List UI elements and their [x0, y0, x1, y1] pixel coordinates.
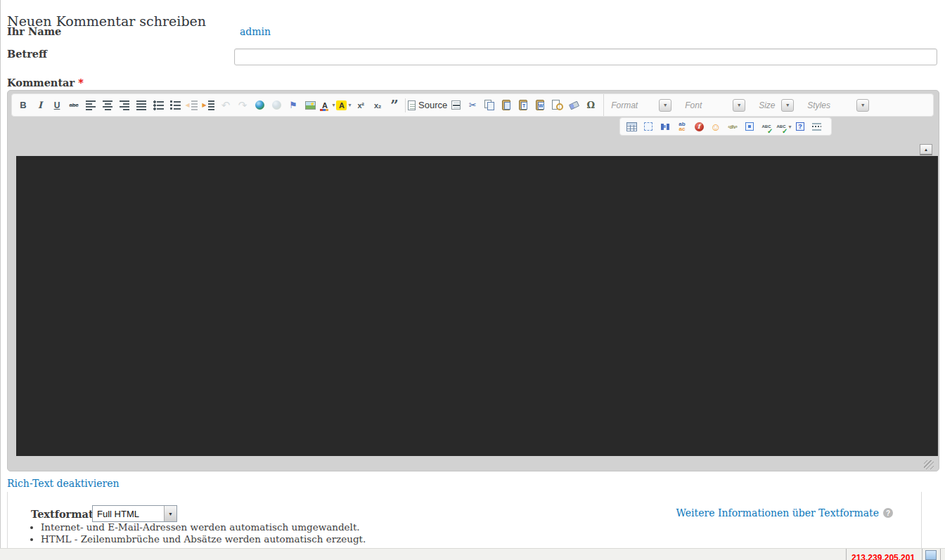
strikethrough-button[interactable]: abc: [65, 96, 82, 115]
paste-icon: [501, 99, 513, 111]
unlink-button[interactable]: [268, 96, 285, 115]
redo-button[interactable]: ↷: [234, 96, 251, 115]
flash-button[interactable]: f: [690, 119, 707, 134]
smiley-button[interactable]: ☺: [707, 119, 724, 134]
editor-content[interactable]: [16, 156, 938, 456]
remove-format-button[interactable]: [565, 96, 582, 115]
select-all-icon: [644, 122, 652, 131]
bold-button[interactable]: B: [15, 96, 32, 115]
paste-plain-text-button[interactable]: [515, 96, 532, 115]
align-left-button[interactable]: [82, 96, 99, 115]
preview-button[interactable]: [548, 96, 565, 115]
styles-dropdown[interactable]: Styles▼: [805, 97, 871, 114]
select-dropdown-arrow-icon: ▼: [164, 506, 176, 521]
iframe-icon: [745, 122, 754, 131]
subscript-button[interactable]: x₂: [369, 96, 386, 115]
align-center-icon: [102, 99, 114, 111]
subject-input[interactable]: [234, 48, 937, 65]
horizontal-rule-button[interactable]: [447, 96, 464, 115]
anchor-icon: ⚑: [288, 99, 300, 111]
about-button[interactable]: ?: [792, 119, 809, 134]
textformat-select[interactable]: Full HTML ▼: [92, 505, 177, 522]
size-dropdown[interactable]: Size▼: [757, 97, 796, 114]
horizontal-rule-icon: [451, 100, 461, 110]
paste-plain-text-icon: [518, 99, 529, 111]
background-color-icon: A: [336, 100, 347, 110]
font-dropdown[interactable]: Font▼: [683, 97, 747, 114]
superscript-icon: x²: [355, 99, 367, 111]
image-button[interactable]: [302, 96, 319, 115]
dropdown-arrow-icon: ▼: [733, 99, 745, 112]
align-center-button[interactable]: [99, 96, 116, 115]
image-icon: [305, 101, 316, 110]
scrollbar-up-button[interactable]: ▲: [920, 144, 932, 155]
editor-resize-handle[interactable]: [924, 460, 934, 469]
smiley-icon: ☺: [710, 121, 722, 133]
underline-button[interactable]: U: [49, 96, 65, 115]
iframe-button[interactable]: [741, 119, 758, 134]
justify-icon: [136, 99, 148, 111]
editor-toolbar-row1: BIUabc↶↷⚑A▾A▾x²x₂”Source✂Ω Format▼Font▼S…: [11, 93, 934, 117]
font-dropdown-label: Font: [685, 100, 702, 110]
indent-button[interactable]: [200, 96, 217, 115]
numbered-list-button[interactable]: [167, 96, 184, 115]
dropdown-arrow-icon: ▼: [659, 99, 671, 112]
source-icon: [408, 100, 416, 110]
italic-button[interactable]: I: [32, 96, 49, 115]
text-color-button[interactable]: A▾: [319, 96, 335, 115]
subscript-icon: x₂: [372, 99, 384, 111]
find-button[interactable]: [657, 119, 674, 134]
bulleted-list-icon: [153, 99, 165, 111]
outdent-button[interactable]: [184, 96, 200, 115]
align-left-icon: [85, 99, 97, 111]
spell-check-button[interactable]: ABC: [758, 119, 775, 134]
find-icon: [660, 121, 671, 133]
statusbar-divider: [846, 549, 847, 560]
page-break-button[interactable]: [809, 119, 825, 134]
indent-icon: [203, 99, 215, 111]
text-color-icon: A: [319, 99, 330, 111]
scroll-up-arrow-icon: ▲: [924, 148, 928, 152]
superscript-button[interactable]: x²: [352, 96, 369, 115]
replace-button[interactable]: ab: [674, 119, 690, 134]
help-icon[interactable]: ?: [883, 508, 893, 518]
source-button[interactable]: Source: [408, 96, 447, 115]
paste-button[interactable]: [498, 96, 515, 115]
replace-icon: ab: [676, 121, 688, 133]
author-link[interactable]: admin: [240, 26, 271, 37]
table-icon: [626, 122, 637, 131]
align-right-button[interactable]: [116, 96, 133, 115]
textformat-label: Textformat: [31, 508, 94, 520]
paste-from-word-button[interactable]: [532, 96, 548, 115]
table-button[interactable]: [623, 119, 640, 134]
copy-button[interactable]: [481, 96, 498, 115]
blockquote-icon: ”: [389, 99, 401, 111]
status-panel-icon[interactable]: [925, 550, 937, 560]
select-all-button[interactable]: [640, 119, 657, 134]
tip-item: Internet- und E-Mail-Adressen werden aut…: [41, 521, 366, 533]
outdent-icon: [186, 99, 198, 111]
dropdown-arrow-icon: ▼: [856, 99, 869, 112]
bulleted-list-button[interactable]: [150, 96, 167, 115]
strikethrough-icon: abc: [68, 99, 80, 111]
justify-button[interactable]: [133, 96, 150, 115]
about-icon: ?: [796, 122, 804, 131]
cut-button[interactable]: ✂: [464, 96, 481, 115]
div-container-button[interactable]: ‹div›: [724, 119, 741, 134]
special-character-button[interactable]: Ω: [582, 96, 599, 115]
status-bar: 213.239.205.201: [0, 548, 945, 560]
size-dropdown-label: Size: [759, 100, 775, 110]
link-button[interactable]: [251, 96, 268, 115]
background-color-button[interactable]: A▾: [335, 96, 352, 115]
paste-from-word-icon: [534, 99, 546, 111]
anchor-button[interactable]: ⚑: [285, 96, 302, 115]
flash-icon: f: [695, 122, 704, 131]
tip-item: HTML - Zeilenumbrüche und Absätze werden…: [41, 533, 366, 545]
spell-check-toggle-button[interactable]: ABC▾: [775, 119, 792, 134]
disable-richtext-link[interactable]: Rich-Text deaktivieren: [7, 478, 119, 489]
undo-button[interactable]: ↶: [217, 96, 234, 115]
format-dropdown[interactable]: Format▼: [609, 97, 674, 114]
blockquote-button[interactable]: ”: [386, 96, 403, 115]
underline-icon: U: [51, 99, 63, 111]
more-info-link[interactable]: Weitere Informationen über Textformate: [676, 507, 879, 519]
